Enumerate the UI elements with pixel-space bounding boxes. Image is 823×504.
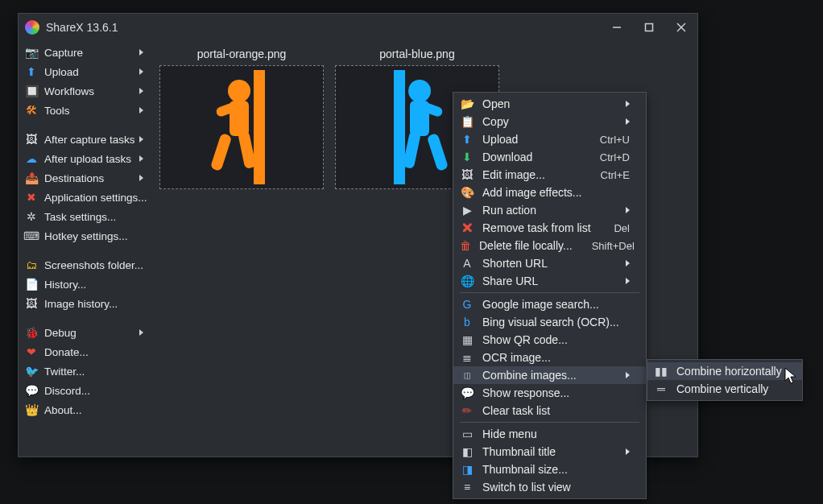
menu-item-label: Shorten URL (482, 257, 616, 270)
menu-item-icon: b (460, 315, 474, 329)
maximize-button[interactable] (633, 14, 665, 41)
chevron-right-icon (139, 175, 143, 181)
menu-item[interactable]: ✏Clear task list (453, 402, 646, 419)
menu-item-label: Thumbnail size... (482, 463, 630, 476)
svg-rect-14 (427, 133, 449, 171)
sidebar-icon: ⌨ (25, 229, 38, 242)
menu-item-shortcut: Ctrl+U (600, 134, 630, 146)
svg-rect-10 (394, 70, 405, 184)
sidebar-item[interactable]: ☁After upload tasks (19, 149, 151, 168)
menu-item-icon: ▦ (460, 333, 474, 347)
sidebar-item[interactable]: 💬Discord... (19, 381, 151, 400)
menu-item-shortcut: Shift+Del (592, 240, 635, 252)
sidebar-item-label: Tools (44, 105, 70, 117)
sidebar-item[interactable]: ✖Application settings... (19, 188, 151, 207)
sidebar-item[interactable]: 🖼After capture tasks (19, 130, 151, 149)
sidebar-item[interactable]: 🔲Workflows (19, 81, 151, 101)
menu-item[interactable]: 🌐Share URL (453, 272, 646, 290)
close-button[interactable] (665, 14, 697, 41)
menu-item[interactable]: 🗙Remove task from listDel (453, 219, 646, 237)
thumb-portal-orange[interactable]: portal-orange.png (159, 48, 324, 189)
menu-item[interactable]: ▮▮Combine horizontally (647, 362, 802, 380)
sidebar-item[interactable]: 📄History... (19, 275, 151, 294)
svg-point-5 (228, 80, 250, 102)
menu-item-label: Thumbnail title (482, 445, 616, 458)
menu-item[interactable]: ≣OCR image... (453, 349, 646, 366)
sidebar-item[interactable]: ❤Donate... (19, 342, 151, 361)
sidebar-icon: ✲ (25, 210, 38, 223)
menu-item[interactable]: ═Combine vertically (647, 380, 802, 398)
svg-rect-4 (254, 70, 265, 184)
sidebar-item[interactable]: ⬆Upload (19, 62, 151, 81)
menu-item[interactable]: ◨Thumbnail size... (453, 461, 646, 478)
menu-item-label: Open (482, 97, 616, 110)
menu-item-icon: ═ (654, 382, 668, 396)
chevron-right-icon (139, 155, 143, 162)
sidebar-item[interactable]: 📤Destinations (19, 168, 151, 188)
menu-item[interactable]: ▶Run action (453, 201, 646, 219)
menu-item-label: Show QR code... (482, 333, 630, 346)
menu-item[interactable]: ⎅Combine images... (453, 366, 646, 384)
menu-item-label: Download (482, 151, 581, 163)
menu-item[interactable]: 🖼Edit image...Ctrl+E (453, 166, 646, 184)
chevron-right-icon (626, 260, 630, 266)
sidebar-item[interactable]: 🐦Twitter... (19, 361, 151, 381)
menu-item-icon: ⬇ (460, 150, 474, 164)
chevron-right-icon (139, 107, 143, 114)
context-menu[interactable]: 📂Open📋Copy⬆UploadCtrl+U⬇DownloadCtrl+D🖼E… (453, 92, 647, 499)
menu-item[interactable]: 📋Copy (453, 113, 646, 130)
menu-item[interactable]: AShorten URL (453, 254, 646, 272)
menu-item[interactable]: ⬆UploadCtrl+U (453, 130, 646, 148)
titlebar: ShareX 13.6.1 (19, 14, 697, 41)
menu-item[interactable]: 🎨Add image effects... (453, 184, 646, 201)
menu-item-label: Copy (482, 115, 616, 128)
menu-item[interactable]: ▭Hide menu (453, 425, 646, 443)
sidebar-item-label: Donate... (44, 346, 89, 358)
minimize-button[interactable] (601, 14, 633, 41)
sidebar-item[interactable]: 🐞Debug (19, 323, 151, 342)
svg-rect-8 (210, 133, 233, 171)
sidebar-item[interactable]: 👑About... (19, 400, 151, 419)
menu-item-shortcut: Ctrl+E (601, 169, 630, 181)
menu-item-icon: ▭ (460, 427, 474, 441)
menu-item[interactable]: ≡Switch to list view (453, 478, 646, 496)
menu-item[interactable]: 💬Show response... (453, 384, 646, 402)
menu-item[interactable]: bBing visual search (OCR)... (453, 313, 646, 331)
sidebar-item[interactable]: 🖼Image history... (19, 294, 151, 313)
thumbnail-image (159, 65, 324, 189)
menu-item[interactable]: 🗑Delete file locally...Shift+Del (453, 237, 646, 254)
menu-separator (460, 292, 639, 293)
menu-item-icon: ✏ (460, 403, 474, 418)
menu-item-label: Share URL (482, 275, 616, 287)
menu-item-label: Combine vertically (676, 382, 786, 395)
menu-item-label: Run action (482, 204, 616, 217)
sidebar-icon: 🖼 (25, 133, 38, 146)
sidebar-item-label: After upload tasks (44, 153, 131, 165)
chevron-right-icon (139, 49, 143, 56)
chevron-right-icon (626, 118, 630, 125)
menu-item-icon: 📂 (460, 97, 474, 111)
menu-item[interactable]: ▦Show QR code... (453, 331, 646, 349)
app-logo-icon (25, 20, 39, 35)
sidebar-icon: 🛠 (25, 104, 38, 117)
sidebar-item-label: Discord... (44, 385, 90, 397)
menu-item[interactable]: ⬇DownloadCtrl+D (453, 148, 646, 166)
sidebar-item[interactable]: 🛠Tools (19, 101, 151, 120)
sidebar-icon: 🐞 (25, 326, 38, 339)
sidebar-item[interactable]: ✲Task settings... (19, 207, 151, 226)
menu-item[interactable]: GGoogle image search... (453, 295, 646, 313)
menu-item-icon: 🗙 (460, 221, 474, 235)
menu-item-label: Upload (482, 133, 581, 146)
sidebar-item-label: Task settings... (44, 211, 116, 223)
menu-item-label: Add image effects... (482, 186, 630, 199)
sidebar-item[interactable]: ⌨Hotkey settings... (19, 226, 151, 246)
sidebar-icon: 🔲 (25, 85, 38, 97)
sidebar-item-label: History... (44, 279, 86, 291)
combine-images-submenu[interactable]: ▮▮Combine horizontally═Combine verticall… (647, 359, 803, 401)
menu-item-icon: ≣ (460, 350, 474, 365)
menu-item[interactable]: ◧Thumbnail title (453, 443, 646, 461)
sidebar-item-label: Application settings... (44, 192, 147, 204)
sidebar-item[interactable]: 🗂Screenshots folder... (19, 255, 151, 275)
sidebar-item[interactable]: 📷Capture (19, 43, 151, 62)
menu-item[interactable]: 📂Open (453, 95, 646, 113)
